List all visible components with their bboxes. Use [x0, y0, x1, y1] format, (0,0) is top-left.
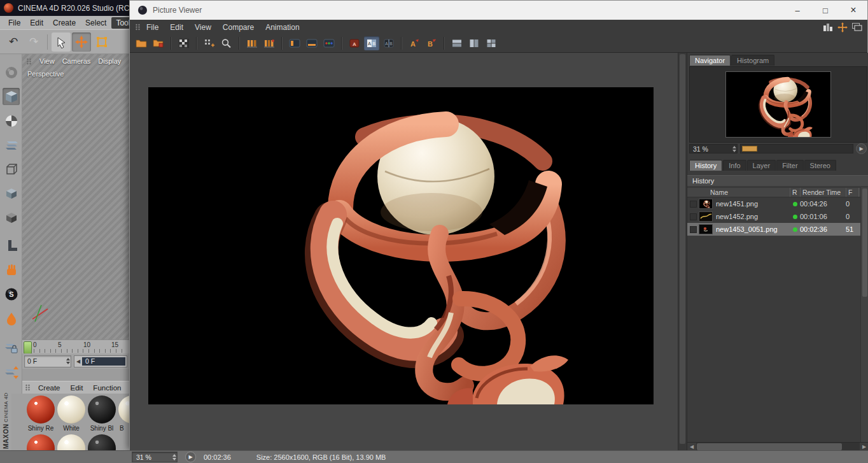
material-partial[interactable]	[118, 395, 129, 424]
material-sphere-icon[interactable]	[3, 112, 20, 129]
compare-a-icon[interactable]: A	[347, 36, 362, 50]
c4d-menu-create[interactable]: Create	[48, 17, 80, 29]
image-half-icon[interactable]	[304, 36, 319, 50]
tab-histogram[interactable]: Histogram	[731, 55, 774, 66]
frame-range-field[interactable]: ◀ 0 F	[74, 355, 127, 367]
material-row2-red[interactable]	[27, 434, 55, 450]
row-toggle[interactable]	[690, 213, 697, 220]
viewport-menu-display[interactable]: Display	[98, 57, 121, 65]
open-file-icon[interactable]	[134, 36, 149, 50]
pv-canvas[interactable]	[130, 53, 678, 451]
stepper-icon[interactable]	[172, 453, 177, 461]
tab-info[interactable]: Info	[723, 160, 746, 171]
c4d-menu-select[interactable]: Select	[81, 17, 111, 29]
pv-menu-edit[interactable]: Edit	[164, 21, 189, 34]
ram-player-a-icon[interactable]	[244, 36, 260, 50]
undo-icon[interactable]: ↶	[4, 32, 23, 52]
split-quad-icon[interactable]	[484, 36, 499, 50]
rendered-image[interactable]	[148, 87, 654, 404]
pv-titlebar[interactable]: Picture Viewer – □ ×	[130, 1, 867, 20]
magnifier-icon[interactable]	[219, 36, 234, 50]
float-panel-icon[interactable]	[851, 22, 862, 32]
navigator-zoom-field[interactable]: 31 %	[689, 144, 738, 153]
paint-tool-icon[interactable]	[3, 310, 20, 327]
history-vertical-scrollbar[interactable]	[860, 187, 868, 442]
pv-menu-animation[interactable]: Animation	[260, 21, 305, 34]
column-r[interactable]: R	[790, 188, 800, 197]
modeling-tool-icon[interactable]	[3, 64, 20, 81]
pv-menu-compare[interactable]: Compare	[217, 21, 260, 34]
history-row[interactable]: new1452.png 00:01:06 0	[687, 210, 868, 223]
column-name[interactable]: Name	[687, 188, 790, 197]
status-nav-button[interactable]: ▶	[185, 452, 196, 462]
scrollbar-thumb[interactable]	[697, 443, 842, 450]
history-horizontal-scrollbar[interactable]: ◀ ▶	[687, 442, 868, 451]
material-row2-black[interactable]	[88, 434, 116, 450]
row-toggle[interactable]	[690, 226, 697, 233]
tab-filter[interactable]: Filter	[776, 160, 803, 171]
navigator-zoom-slider[interactable]	[740, 144, 853, 153]
material-shiny-black[interactable]	[88, 395, 116, 424]
cube-dark-icon[interactable]	[3, 209, 20, 226]
current-frame-field[interactable]: 0 F	[24, 355, 71, 367]
scale-tool-icon[interactable]	[92, 32, 111, 52]
compare-ab-icon[interactable]: AB	[364, 36, 379, 50]
material-menu-function[interactable]: Function	[88, 383, 125, 393]
dock-cross-icon[interactable]	[837, 22, 848, 32]
material-menu-create[interactable]: Create	[34, 383, 65, 393]
mark-b-icon[interactable]: B	[424, 36, 439, 50]
save-image-icon[interactable]	[151, 36, 166, 50]
row-toggle[interactable]	[690, 201, 697, 208]
mark-a-icon[interactable]: A	[407, 36, 422, 50]
cube-solid-icon[interactable]	[3, 185, 20, 202]
tab-layer[interactable]: Layer	[747, 160, 776, 171]
cube-object-icon[interactable]	[3, 88, 20, 105]
viewport-menu-view[interactable]: View	[39, 57, 55, 65]
zoom-slider-thumb[interactable]	[742, 146, 757, 152]
maximize-icon[interactable]: □	[811, 1, 839, 20]
live-selection-icon[interactable]	[52, 32, 71, 52]
timeline-playhead[interactable]	[24, 341, 32, 354]
history-row-selected[interactable]: new1453_0051.png 00:02:36 51	[687, 223, 868, 236]
material-menu-edit[interactable]: Edit	[66, 383, 88, 393]
layers-lock-icon[interactable]	[3, 339, 20, 356]
minimize-icon[interactable]: –	[783, 1, 811, 20]
navigator-thumbnail[interactable]	[725, 71, 831, 138]
c4d-viewport[interactable]: View Cameras Display Perspective	[22, 54, 129, 339]
split-vertical-icon[interactable]	[466, 36, 482, 50]
column-f[interactable]: F	[846, 188, 858, 197]
render-checker-icon[interactable]	[176, 36, 192, 50]
axis-ruler-icon[interactable]	[3, 237, 20, 254]
layout-columns-icon[interactable]	[822, 22, 834, 32]
split-horizontal-icon[interactable]	[449, 36, 465, 50]
sculpt-sphere-icon[interactable]: S	[3, 285, 20, 303]
history-row[interactable]: new1451.png 00:04:26 0	[687, 197, 868, 210]
pv-menu-file[interactable]: File	[141, 21, 164, 34]
column-render-time[interactable]: Render Time	[800, 188, 846, 197]
grid-plus-icon[interactable]	[202, 36, 217, 50]
cube-outline-icon[interactable]	[3, 160, 20, 178]
snap-glove-icon[interactable]	[3, 261, 20, 278]
navigator-preview[interactable]	[689, 66, 867, 143]
c4d-menu-edit[interactable]: Edit	[25, 17, 48, 29]
stepper-icon[interactable]	[66, 357, 71, 365]
material-shiny-red[interactable]	[27, 395, 55, 424]
compare-wipe-icon[interactable]: AB	[381, 36, 396, 50]
ram-player-b-icon[interactable]	[262, 36, 277, 50]
pv-menu-view[interactable]: View	[189, 21, 217, 34]
range-left-arrow-icon[interactable]: ◀	[74, 359, 82, 364]
material-row2-white[interactable]	[57, 434, 85, 450]
image-rgb-icon[interactable]	[321, 36, 337, 50]
layers-icon[interactable]	[3, 136, 20, 153]
tab-stereo[interactable]: Stereo	[804, 160, 836, 171]
material-white[interactable]	[57, 395, 85, 424]
tab-history[interactable]: History	[689, 160, 722, 171]
stepper-icon[interactable]	[732, 145, 737, 153]
image-full-icon[interactable]	[287, 36, 302, 50]
navigator-pan-button[interactable]: ▶	[856, 143, 867, 154]
redo-icon[interactable]: ↷	[24, 32, 43, 52]
move-tool-icon[interactable]	[72, 32, 91, 52]
close-icon[interactable]: ×	[839, 1, 867, 20]
viewport-menu-cameras[interactable]: Cameras	[62, 57, 91, 65]
timeline-ruler[interactable]: 0 5 10 15	[22, 339, 129, 353]
